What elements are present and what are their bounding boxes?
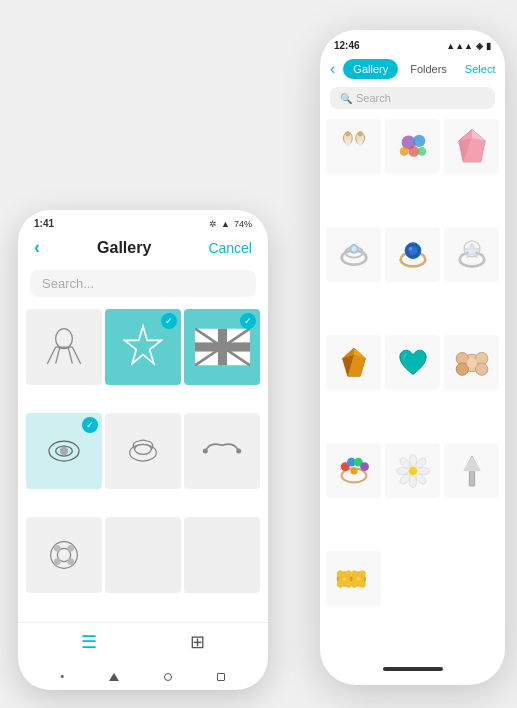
phone1-image-5 — [105, 413, 181, 489]
phone2-home-indicator[interactable] — [383, 667, 443, 671]
phone1-system-bar: • — [18, 665, 268, 690]
phone2-back-icon[interactable]: ‹ — [330, 60, 335, 78]
color-ring-image — [332, 449, 376, 493]
scene: 1:41 ✲ ▲ 74% ‹ Gallery Cancel Search... — [0, 0, 517, 708]
phone2-cell-13[interactable] — [326, 551, 381, 606]
phone2-cell-4[interactable] — [326, 227, 381, 282]
phone2-cell-7[interactable] — [326, 335, 381, 390]
phone1-title: Gallery — [97, 239, 151, 257]
phone1-search-text: Search... — [42, 276, 94, 291]
phone1-cell-6[interactable] — [184, 413, 260, 489]
phone2-search-text: Search — [356, 92, 391, 104]
phone1-cell-7[interactable] — [26, 517, 102, 593]
svg-line-2 — [72, 347, 80, 364]
grid-view-icon[interactable]: ⊞ — [190, 631, 205, 653]
phone2-cell-5[interactable] — [385, 227, 440, 282]
phone1-image-grid: ✓ ✓ — [18, 305, 268, 622]
svg-line-4 — [56, 347, 60, 364]
svg-point-72 — [417, 467, 429, 474]
svg-point-21 — [54, 545, 61, 552]
svg-point-71 — [396, 467, 408, 474]
phone1-cell-8[interactable] — [105, 517, 181, 593]
phone1-cell-5[interactable] — [105, 413, 181, 489]
svg-point-43 — [351, 246, 356, 251]
svg-point-35 — [417, 147, 426, 156]
phone2-cell-11[interactable] — [385, 443, 440, 498]
phone2-cell-3[interactable] — [444, 119, 499, 174]
phone2-header: ‹ Gallery Folders Select — [320, 55, 505, 85]
phone2-cell-6[interactable] — [444, 227, 499, 282]
white-flower-image — [391, 449, 435, 493]
phone2-time: 12:46 — [334, 40, 360, 51]
svg-point-60 — [475, 363, 487, 375]
phone1-cell-1[interactable] — [26, 309, 102, 385]
svg-point-14 — [60, 447, 68, 455]
svg-point-67 — [350, 467, 357, 474]
phone1-time: 1:41 — [34, 218, 54, 229]
phone2-cell-8[interactable] — [385, 335, 440, 390]
phone1-cell-9[interactable] — [184, 517, 260, 593]
silver-ring-image — [332, 233, 376, 277]
svg-line-5 — [68, 347, 72, 364]
phone2-search-bar[interactable]: 🔍 Search — [330, 87, 495, 109]
phone1-cell-2[interactable]: ✓ — [105, 309, 181, 385]
phone1-image-1 — [26, 309, 102, 385]
phone2-status-icons: ▲▲▲ ◈ ▮ — [446, 41, 491, 51]
svg-point-47 — [408, 247, 412, 251]
bluetooth-icon: ✲ — [209, 219, 217, 229]
phone2-tabs: Gallery Folders — [343, 59, 457, 79]
svg-point-18 — [236, 449, 241, 454]
cancel-button[interactable]: Cancel — [208, 240, 252, 256]
phone1-cell-3[interactable]: ✓ — [184, 309, 260, 385]
amber-gem-image — [332, 341, 376, 385]
phone1-status-icons: ✲ ▲ 74% — [209, 219, 252, 229]
phone2-cell-15 — [444, 551, 499, 606]
white-ring-image — [450, 233, 494, 277]
android-back-icon[interactable] — [109, 673, 119, 681]
phone2-cell-10[interactable] — [326, 443, 381, 498]
svg-point-48 — [459, 252, 484, 266]
svg-point-69 — [409, 454, 416, 466]
svg-point-32 — [413, 134, 425, 146]
phone1-android: 1:41 ✲ ▲ 74% ‹ Gallery Cancel Search... — [18, 210, 268, 690]
android-recents-icon[interactable] — [217, 673, 225, 681]
svg-point-28 — [357, 131, 362, 136]
phone1-search-bar[interactable]: Search... — [30, 270, 256, 297]
teal-heart-image — [391, 341, 435, 385]
tab-folders[interactable]: Folders — [400, 59, 457, 79]
svg-point-70 — [409, 475, 416, 487]
svg-point-34 — [399, 147, 408, 156]
phone2-cell-1[interactable] — [326, 119, 381, 174]
select-button[interactable]: Select — [465, 63, 496, 75]
phone1-status-bar: 1:41 ✲ ▲ 74% — [18, 210, 268, 233]
tab-gallery[interactable]: Gallery — [343, 59, 398, 79]
rose-cluster-image — [450, 341, 494, 385]
phone1-bottom-nav: ☰ ⊞ — [18, 622, 268, 665]
android-home-icon[interactable] — [164, 673, 172, 681]
phone2-search-icon: 🔍 — [340, 93, 352, 104]
phone2-cell-12[interactable] — [444, 443, 499, 498]
phone1-header: ‹ Gallery Cancel — [18, 233, 268, 266]
phone2-cell-2[interactable] — [385, 119, 440, 174]
svg-point-16 — [135, 444, 152, 454]
svg-marker-51 — [464, 243, 480, 257]
battery-icon: 74% — [234, 219, 252, 229]
back-icon[interactable]: ‹ — [34, 237, 40, 258]
list-view-icon[interactable]: ☰ — [81, 631, 97, 653]
svg-point-61 — [466, 357, 477, 368]
gold-flowers-image — [332, 557, 376, 601]
svg-point-30 — [357, 139, 362, 146]
svg-point-0 — [56, 329, 73, 349]
phone2-status-bar: 12:46 ▲▲▲ ◈ ▮ — [320, 30, 505, 55]
phone2-cell-9[interactable] — [444, 335, 499, 390]
android-dot-icon: • — [61, 671, 65, 682]
bouquet-image — [391, 125, 435, 169]
battery-icon: ▮ — [486, 41, 491, 51]
wifi-icon: ◈ — [476, 41, 483, 51]
signal-strength-icon: ▲▲▲ — [446, 41, 473, 51]
cell-check-2: ✓ — [161, 313, 177, 329]
phone1-cell-4[interactable]: ✓ — [26, 413, 102, 489]
svg-point-22 — [67, 545, 74, 552]
svg-marker-78 — [463, 456, 481, 471]
phone2-cell-14 — [385, 551, 440, 606]
